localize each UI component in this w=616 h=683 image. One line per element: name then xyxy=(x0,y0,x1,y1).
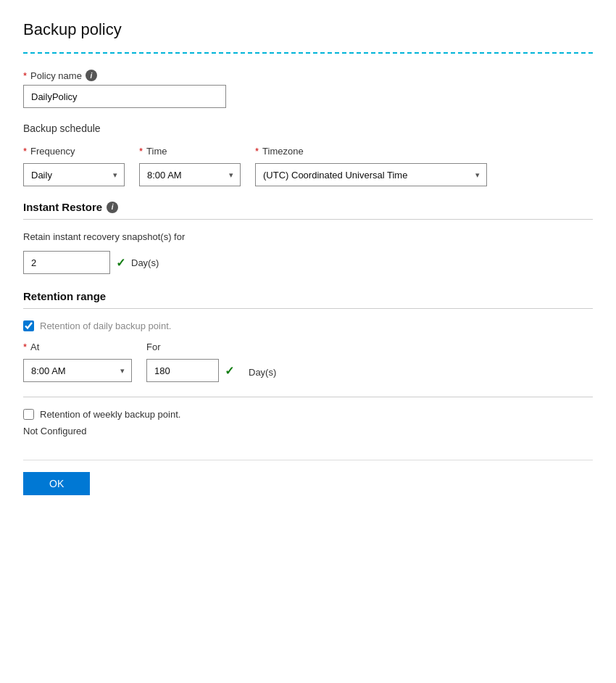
timezone-field: * Timezone (UTC) Coordinated Universal T… xyxy=(255,146,487,186)
retention-range-divider xyxy=(23,308,593,309)
not-configured-label: Not Configured xyxy=(23,426,593,436)
at-field: * At 8:00 AM 12:00 AM 4:00 AM 12:00 PM ▾ xyxy=(23,342,132,382)
instant-restore-divider xyxy=(23,219,593,220)
at-for-row: * At 8:00 AM 12:00 AM 4:00 AM 12:00 PM ▾… xyxy=(23,342,593,382)
at-wrapper: 8:00 AM 12:00 AM 4:00 AM 12:00 PM ▾ xyxy=(23,359,132,382)
retention-range-section: Retention range Retention of daily backu… xyxy=(23,290,593,436)
required-star-time: * xyxy=(139,146,143,157)
policy-name-section: * Policy name i xyxy=(23,70,593,108)
at-select[interactable]: 8:00 AM 12:00 AM 4:00 AM 12:00 PM xyxy=(23,359,132,382)
timezone-wrapper: (UTC) Coordinated Universal Time (UTC+05… xyxy=(255,163,487,186)
at-label-text: At xyxy=(30,342,39,352)
retain-unit-label: Day(s) xyxy=(131,257,159,268)
daily-backup-checkbox-label: Retention of daily backup point. xyxy=(40,320,171,331)
time-select[interactable]: 8:00 AM 12:00 AM 4:00 AM 10:00 AM xyxy=(139,163,241,186)
weekly-checkbox-row: Retention of weekly backup point. xyxy=(23,409,593,420)
top-divider xyxy=(23,52,593,54)
timezone-select[interactable]: (UTC) Coordinated Universal Time (UTC+05… xyxy=(255,163,487,186)
frequency-field: * Frequency Daily Weekly Monthly ▾ xyxy=(23,146,125,186)
retention-range-title: Retention range xyxy=(23,290,106,302)
daily-checkbox-row: Retention of daily backup point. xyxy=(23,320,593,331)
frequency-label-text: Frequency xyxy=(30,146,75,157)
frequency-label: * Frequency xyxy=(23,146,125,157)
retain-label: Retain instant recovery snapshot(s) for xyxy=(23,231,593,242)
for-check-icon: ✓ xyxy=(225,364,234,378)
required-star-policy: * xyxy=(23,70,27,81)
retain-input-row: ✓ Day(s) xyxy=(23,251,593,274)
time-wrapper: 8:00 AM 12:00 AM 4:00 AM 10:00 AM ▾ xyxy=(139,163,241,186)
instant-restore-header: Instant Restore i xyxy=(23,201,593,213)
required-star-tz: * xyxy=(255,146,259,157)
policy-name-info-icon[interactable]: i xyxy=(86,70,97,81)
required-star-at: * xyxy=(23,342,27,352)
time-label: * Time xyxy=(139,146,241,157)
weekly-backup-checkbox-label: Retention of weekly backup point. xyxy=(40,409,180,420)
retention-range-header: Retention range xyxy=(23,290,593,302)
for-field: For ✓ xyxy=(146,342,234,382)
required-star-freq: * xyxy=(23,146,27,157)
backup-schedule-label: Backup schedule xyxy=(23,123,593,134)
instant-restore-info-icon[interactable]: i xyxy=(107,202,118,213)
policy-name-input[interactable] xyxy=(23,85,226,108)
page-title: Backup policy xyxy=(23,20,593,39)
for-value-input[interactable] xyxy=(146,359,219,382)
backup-schedule-section: Backup schedule * Frequency Daily Weekly… xyxy=(23,123,593,186)
retain-check-icon: ✓ xyxy=(116,256,125,270)
policy-name-label-text: Policy name xyxy=(30,70,82,81)
for-input-row: ✓ xyxy=(146,359,234,382)
backup-policy-panel: Backup policy * Policy name i Backup sch… xyxy=(0,0,616,683)
weekly-backup-checkbox[interactable] xyxy=(23,409,34,420)
daily-backup-checkbox[interactable] xyxy=(23,320,34,331)
ok-button[interactable]: OK xyxy=(23,472,90,495)
timezone-label: * Timezone xyxy=(255,146,487,157)
schedule-row: * Frequency Daily Weekly Monthly ▾ * Tim… xyxy=(23,146,593,186)
timezone-label-text: Timezone xyxy=(262,146,304,157)
footer-divider xyxy=(23,460,593,460)
for-label: For xyxy=(146,342,234,352)
policy-name-label: * Policy name i xyxy=(23,70,593,81)
time-label-text: Time xyxy=(146,146,167,157)
for-unit-label: Day(s) xyxy=(249,367,276,378)
frequency-wrapper: Daily Weekly Monthly ▾ xyxy=(23,163,125,186)
instant-restore-section: Instant Restore i Retain instant recover… xyxy=(23,201,593,274)
instant-restore-title: Instant Restore xyxy=(23,201,102,213)
at-label: * At xyxy=(23,342,132,352)
bottom-divider xyxy=(23,397,593,397)
frequency-select[interactable]: Daily Weekly Monthly xyxy=(23,163,125,186)
retain-value-input[interactable] xyxy=(23,251,110,274)
time-field: * Time 8:00 AM 12:00 AM 4:00 AM 10:00 AM… xyxy=(139,146,241,186)
